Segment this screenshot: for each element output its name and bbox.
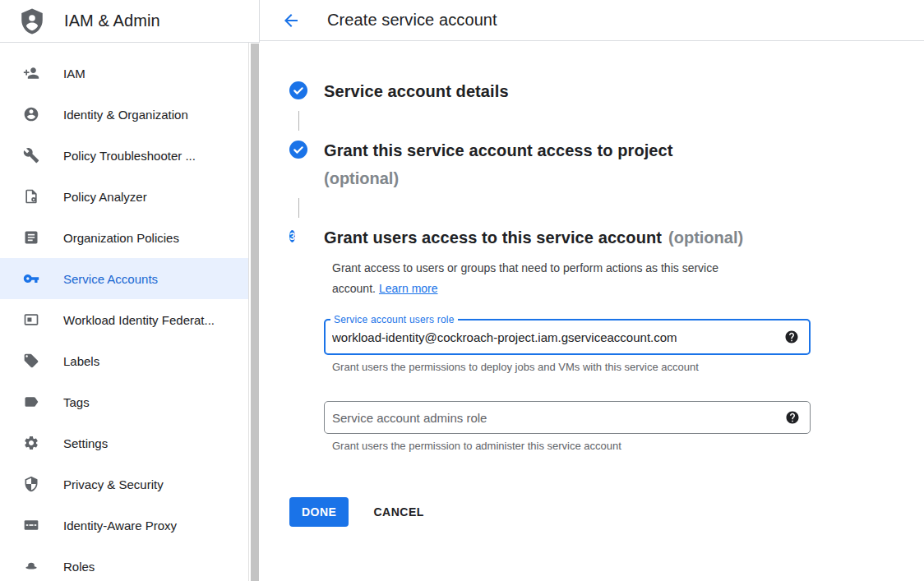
step-3-grant-users-access[interactable]: 3 Grant users access to this service acc… xyxy=(289,224,924,251)
topbar: Create service account xyxy=(260,0,924,41)
form-actions: DONE CANCEL xyxy=(289,497,924,527)
sidebar-item-labels[interactable]: Labels xyxy=(0,340,248,381)
id-card-icon xyxy=(23,311,39,328)
step-connector-row xyxy=(289,105,924,136)
sidebar-item-label: Settings xyxy=(63,436,108,450)
sidebar-item-label: Policy Analyzer xyxy=(63,190,147,204)
hat-icon xyxy=(23,558,39,574)
done-button[interactable]: DONE xyxy=(289,497,349,527)
step-connector-line xyxy=(298,198,299,218)
check-circle-icon xyxy=(289,141,307,159)
identity-circle-icon xyxy=(23,106,39,122)
step-optional-label: (optional) xyxy=(668,228,743,247)
main-panel: Create service account Service account d… xyxy=(260,0,924,581)
sidebar-item-identity-organization[interactable]: Identity & Organization xyxy=(0,94,248,135)
check-circle-icon xyxy=(289,81,307,99)
sidebar-item-label: Service Accounts xyxy=(63,272,158,286)
label-tag-icon xyxy=(23,353,39,369)
service-account-users-role-input[interactable] xyxy=(326,320,809,353)
sidebar-scrollbar-track xyxy=(248,43,260,581)
sidebar-item-policy-analyzer[interactable]: Policy Analyzer xyxy=(0,176,248,217)
sidebar-item-label: Tags xyxy=(63,395,90,409)
create-service-account-form: Service account details Grant this servi… xyxy=(260,41,924,527)
person-add-icon xyxy=(23,65,39,81)
app-root: IAM & Admin IAM Identity & Organization … xyxy=(0,0,924,581)
sidebar-item-label: Organization Policies xyxy=(63,231,179,245)
sidebar: IAM & Admin IAM Identity & Organization … xyxy=(0,0,260,581)
gear-icon xyxy=(23,435,39,451)
step-2-grant-access-to-project[interactable]: Grant this service account access to pro… xyxy=(289,136,924,192)
help-icon[interactable] xyxy=(784,330,799,344)
sidebar-item-label: Workload Identity Federat... xyxy=(63,313,215,327)
sidebar-item-label: Policy Troubleshooter ... xyxy=(63,149,196,163)
document-gear-icon xyxy=(23,188,39,205)
back-button[interactable] xyxy=(281,11,301,30)
help-icon[interactable] xyxy=(785,410,800,425)
proxy-strip-icon xyxy=(23,517,39,533)
step-connector-line xyxy=(298,111,299,131)
sidebar-item-policy-troubleshooter[interactable]: Policy Troubleshooter ... xyxy=(0,135,248,176)
sidebar-scrollbar-thumb[interactable] xyxy=(251,44,259,581)
service-account-key-icon xyxy=(23,270,39,287)
sidebar-title: IAM & Admin xyxy=(64,12,160,30)
sidebar-item-tags[interactable]: Tags xyxy=(0,381,248,422)
field-helper-text: Grant users the permissions to deploy jo… xyxy=(332,361,811,374)
wrench-icon xyxy=(23,147,39,164)
step-1-service-account-details[interactable]: Service account details xyxy=(289,77,924,105)
service-account-admins-role-field[interactable] xyxy=(324,401,811,434)
step-optional-label: (optional) xyxy=(324,164,673,192)
sidebar-item-identity-aware-proxy[interactable]: Identity-Aware Proxy xyxy=(0,505,248,546)
shield-icon xyxy=(23,476,39,492)
cancel-button[interactable]: CANCEL xyxy=(373,505,423,519)
sidebar-item-privacy-security[interactable]: Privacy & Security xyxy=(0,463,248,505)
sidebar-item-organization-policies[interactable]: Organization Policies xyxy=(0,217,248,258)
field-label: Service account users role xyxy=(330,314,458,325)
tag-arrow-icon xyxy=(23,394,39,410)
service-account-admins-role-input[interactable] xyxy=(325,402,810,433)
step-title: Grant users access to this service accou… xyxy=(324,228,662,247)
sidebar-item-workload-identity-federation[interactable]: Workload Identity Federat... xyxy=(0,299,248,340)
sidebar-item-label: Labels xyxy=(63,354,99,368)
shield-person-icon xyxy=(18,7,46,36)
back-arrow-icon xyxy=(281,11,301,30)
step-title: Grant this service account access to pro… xyxy=(324,141,673,159)
step-title: Service account details xyxy=(324,82,509,100)
sidebar-item-roles[interactable]: Roles xyxy=(0,546,248,581)
sidebar-item-label: Roles xyxy=(63,560,95,574)
step-connector-row xyxy=(289,192,924,224)
sidebar-item-label: Privacy & Security xyxy=(63,477,164,491)
sidebar-item-service-accounts[interactable]: Service Accounts xyxy=(0,258,248,299)
sidebar-header: IAM & Admin xyxy=(0,0,260,43)
sidebar-item-label: Identity & Organization xyxy=(63,108,188,122)
learn-more-link[interactable]: Learn more xyxy=(379,282,438,295)
sidebar-item-iam[interactable]: IAM xyxy=(0,53,248,94)
roles-form: Service account users role Grant users t… xyxy=(324,319,811,453)
sidebar-item-label: Identity-Aware Proxy xyxy=(63,519,177,533)
step-number-badge: 3 xyxy=(289,228,307,246)
sidebar-nav: IAM Identity & Organization Policy Troub… xyxy=(0,53,248,581)
sidebar-item-settings[interactable]: Settings xyxy=(0,422,248,463)
document-lines-icon xyxy=(23,229,39,246)
page-title: Create service account xyxy=(327,11,497,30)
service-account-users-role-field[interactable]: Service account users role xyxy=(324,319,811,355)
field-helper-text: Grant users the permission to administer… xyxy=(332,440,811,453)
sidebar-item-label: IAM xyxy=(63,67,85,81)
step-description: Grant access to users or groups that nee… xyxy=(332,258,797,299)
